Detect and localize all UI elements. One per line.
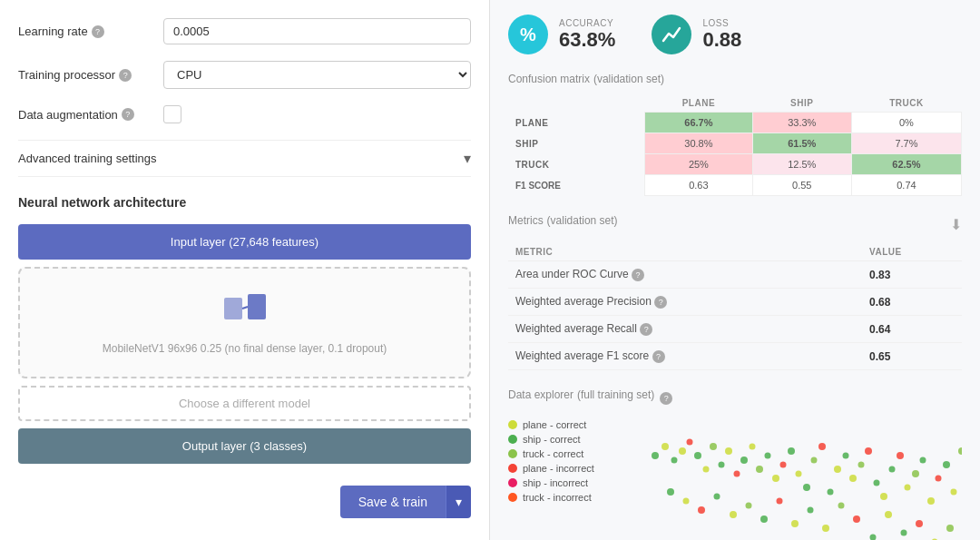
scatter-dot bbox=[865, 447, 872, 455]
model-icon bbox=[34, 290, 455, 335]
scatter-container: plane - correct ship - correct truck - c… bbox=[508, 419, 962, 540]
legend-ship-correct: ship - correct bbox=[508, 434, 617, 445]
scatter-dot bbox=[858, 462, 864, 468]
metrics-section: Metrics (validation set) ⬇ METRIC VALUE … bbox=[508, 212, 962, 370]
metric-recall-help-icon[interactable]: ? bbox=[640, 323, 652, 336]
metric-f1-help-icon[interactable]: ? bbox=[652, 350, 665, 363]
value-col-header: VALUE bbox=[862, 243, 962, 261]
metric-row-f1: Weighted average F1 score ? 0.65 bbox=[508, 343, 962, 370]
choose-model-layer[interactable]: Choose a different model bbox=[18, 386, 471, 421]
metrics-title: Metrics (validation set) bbox=[508, 212, 618, 227]
scatter-dot bbox=[733, 471, 740, 477]
scatter-dot bbox=[811, 457, 818, 464]
scatter-dot bbox=[834, 466, 841, 473]
scatter-dot bbox=[842, 453, 848, 459]
scatter-dot bbox=[808, 507, 814, 514]
loss-info: LOSS 0.88 bbox=[702, 18, 741, 52]
metric-row-precision: Weighted average Precision ? 0.68 bbox=[508, 289, 962, 316]
scatter-dot bbox=[756, 466, 763, 473]
scatter-dot bbox=[760, 515, 768, 523]
loss-card: LOSS 0.88 bbox=[652, 15, 741, 54]
advanced-settings-toggle[interactable]: Advanced training settings ▾ bbox=[18, 140, 471, 177]
scatter-dot bbox=[818, 443, 826, 450]
data-augmentation-checkbox[interactable] bbox=[163, 105, 181, 123]
scatter-dot bbox=[652, 452, 659, 459]
confusion-matrix-header: Confusion matrix (validation set) bbox=[508, 71, 962, 85]
data-explorer-title: Data explorer (full training set) bbox=[508, 387, 654, 401]
learning-rate-label: Learning rate ? bbox=[18, 25, 163, 38]
training-processor-help-icon[interactable]: ? bbox=[119, 69, 132, 82]
svg-rect-0 bbox=[224, 298, 242, 319]
actions-row: Save & train ▾ bbox=[18, 486, 471, 518]
scatter-dot bbox=[776, 498, 782, 505]
save-train-button[interactable]: Save & train bbox=[340, 486, 446, 518]
scatter-dot bbox=[958, 447, 962, 455]
data-augmentation-label: Data augmentation ? bbox=[18, 108, 163, 122]
data-augmentation-help-icon[interactable]: ? bbox=[122, 108, 134, 121]
scatter-plot bbox=[628, 419, 962, 540]
learning-rate-input[interactable] bbox=[163, 18, 471, 44]
scatter-dot bbox=[725, 447, 732, 455]
scatter-dot bbox=[885, 511, 892, 518]
data-explorer-help-icon[interactable]: ? bbox=[660, 392, 672, 405]
loss-value: 0.88 bbox=[702, 28, 741, 52]
scatter-dot bbox=[873, 480, 879, 486]
confusion-matrix-table: PLANE SHIP TRUCK PLANE 66.7% 33.3% 0% SH… bbox=[508, 94, 962, 196]
model-label: MobileNetV1 96x96 0.25 (no final dense l… bbox=[34, 342, 455, 355]
metric-roc-help-icon[interactable]: ? bbox=[632, 269, 644, 281]
scatter-dot bbox=[920, 457, 926, 464]
scatter-dot bbox=[849, 475, 857, 482]
scatter-dot bbox=[667, 488, 674, 496]
metric-row-roc: Area under ROC Curve ? 0.83 bbox=[508, 261, 962, 289]
download-icon[interactable]: ⬇ bbox=[950, 216, 962, 233]
scatter-dot bbox=[683, 498, 690, 505]
scatter-dot bbox=[916, 520, 923, 527]
scatter-dot bbox=[687, 439, 693, 446]
scatter-dot bbox=[694, 452, 701, 459]
accuracy-label: ACCURACY bbox=[559, 18, 615, 28]
scatter-dot bbox=[796, 471, 802, 477]
scatter-dot bbox=[718, 462, 724, 468]
scatter-legend: plane - correct ship - correct truck - c… bbox=[508, 419, 617, 540]
scatter-dot bbox=[740, 457, 748, 464]
learning-rate-help-icon[interactable]: ? bbox=[92, 25, 104, 38]
scatter-dot bbox=[927, 497, 935, 505]
scatter-dot bbox=[788, 447, 795, 455]
scatter-dot bbox=[951, 489, 957, 496]
legend-truck-incorrect: truck - incorrect bbox=[508, 492, 617, 503]
metric-precision-help-icon[interactable]: ? bbox=[654, 296, 667, 309]
training-processor-row: Training processor ? CPU bbox=[18, 61, 471, 89]
data-augmentation-row: Data augmentation ? bbox=[18, 105, 471, 123]
loss-label: LOSS bbox=[702, 18, 741, 28]
scatter-dot bbox=[749, 444, 755, 450]
scatter-dot bbox=[838, 503, 845, 509]
stats-row: % ACCURACY 63.8% LOSS 0.88 bbox=[508, 15, 962, 54]
scatter-dot bbox=[943, 461, 950, 468]
scatter-dot bbox=[714, 494, 720, 500]
scatter-dot bbox=[662, 443, 669, 450]
metric-row-recall: Weighted average Recall ? 0.64 bbox=[508, 316, 962, 343]
svg-rect-1 bbox=[248, 294, 266, 319]
confusion-row-truck: TRUCK 25% 12.5% 62.5% bbox=[508, 154, 962, 175]
legend-truck-correct: truck - correct bbox=[508, 448, 617, 459]
model-layer[interactable]: MobileNetV1 96x96 0.25 (no final dense l… bbox=[18, 267, 471, 378]
scatter-dot bbox=[791, 520, 799, 527]
scatter-dot bbox=[803, 484, 810, 491]
scatter-dot bbox=[946, 525, 954, 532]
accuracy-card: % ACCURACY 63.8% bbox=[508, 15, 615, 54]
confusion-row-f1: F1 SCORE 0.63 0.55 0.74 bbox=[508, 175, 962, 196]
loss-icon bbox=[652, 15, 691, 54]
save-train-dropdown-button[interactable]: ▾ bbox=[446, 486, 471, 518]
accuracy-info: ACCURACY 63.8% bbox=[559, 18, 615, 52]
scatter-dot bbox=[772, 475, 779, 482]
left-panel: Learning rate ? Training processor ? CPU… bbox=[0, 0, 490, 540]
accuracy-value: 63.8% bbox=[559, 28, 615, 52]
output-layer: Output layer (3 classes) bbox=[18, 428, 471, 464]
data-explorer-section: Data explorer (full training set) ? plan… bbox=[508, 387, 962, 540]
training-processor-select[interactable]: CPU bbox=[163, 61, 471, 89]
confusion-row-plane: PLANE 66.7% 33.3% 0% bbox=[508, 113, 962, 133]
advanced-chevron-icon: ▾ bbox=[464, 150, 471, 167]
scatter-dot bbox=[912, 470, 919, 477]
scatter-dot bbox=[880, 493, 887, 500]
scatter-dot bbox=[671, 457, 678, 464]
